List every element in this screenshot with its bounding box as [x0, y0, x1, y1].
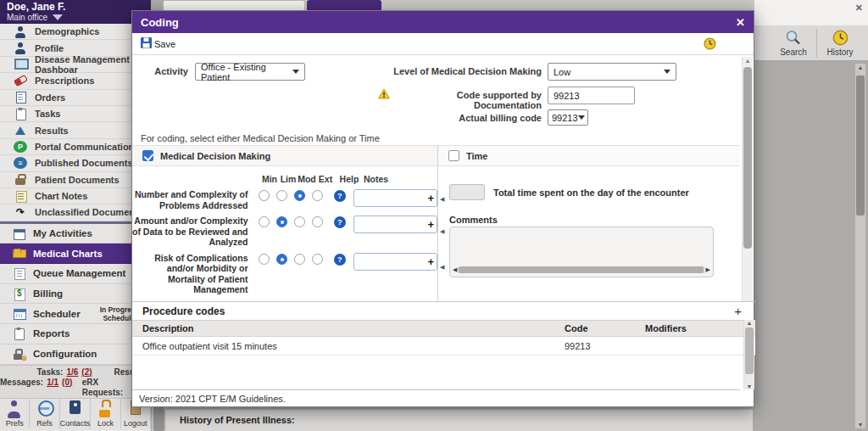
notes-input[interactable]: [353, 216, 437, 233]
column-help: Help: [335, 174, 364, 184]
background-tab-active[interactable]: [307, 0, 381, 10]
column-mod: Mod: [298, 174, 316, 184]
billing-code-select[interactable]: 99213: [548, 109, 588, 126]
refs-button[interactable]: Refs: [30, 399, 59, 429]
comments-hscrollbar[interactable]: ◀ ▶: [453, 266, 710, 274]
radio-mod[interactable]: [294, 216, 305, 227]
prefs-button[interactable]: Prefs: [0, 399, 30, 429]
radio-mod[interactable]: [294, 254, 305, 265]
sidebar-item-portal-communications[interactable]: PPortal Communications: [0, 139, 151, 155]
sidebar-item-patient-documents[interactable]: Patient Documents: [0, 172, 151, 188]
chevron-down-icon: [292, 70, 299, 74]
scroll-up-icon[interactable]: ▲: [744, 320, 754, 326]
padlock-icon: [96, 400, 114, 418]
total-time-input[interactable]: [449, 184, 485, 200]
background-scrollbar[interactable]: ▲ ▼: [854, 63, 866, 429]
add-procedure-button[interactable]: +: [734, 304, 742, 318]
column-lim: Lim: [279, 174, 298, 184]
search-button[interactable]: Search: [772, 30, 815, 57]
scrollbar-thumb[interactable]: [856, 76, 865, 216]
close-icon[interactable]: ✕: [736, 16, 745, 29]
sidebar-item-chart-notes[interactable]: Chart Notes: [0, 188, 151, 204]
scroll-left-icon[interactable]: ◀: [440, 264, 444, 271]
sidebar-module-reports[interactable]: Reports: [0, 324, 151, 344]
background-tab[interactable]: [163, 0, 305, 10]
chevron-down-icon[interactable]: [53, 14, 63, 20]
dialog-scrollbar[interactable]: ▲: [742, 57, 753, 301]
radio-ext[interactable]: [312, 254, 323, 265]
add-note-icon[interactable]: +: [427, 218, 434, 231]
radio-min[interactable]: [259, 254, 270, 265]
sidebar-item-demographics[interactable]: Demographics: [0, 24, 151, 40]
help-icon[interactable]: ?: [334, 254, 346, 266]
scrollbar-thumb[interactable]: [459, 266, 703, 273]
scroll-up-icon[interactable]: ▲: [743, 58, 753, 64]
scroll-left-icon[interactable]: ◀: [453, 266, 457, 273]
radio-ext[interactable]: [312, 190, 323, 201]
gearlock-icon: ⚙: [12, 348, 25, 361]
globe-icon: [36, 400, 54, 418]
patient-header[interactable]: Doe, Jane F. Main office: [0, 0, 151, 24]
radio-lim-selected[interactable]: [276, 216, 287, 227]
sidebar-module-queue-management[interactable]: Queue Management: [0, 264, 151, 284]
sidebar-item-published-documents[interactable]: ≡Published Documents: [0, 155, 151, 171]
audit-clock-icon[interactable]: [704, 37, 716, 50]
radio-lim-selected[interactable]: [276, 254, 287, 265]
code-supported-input[interactable]: [548, 87, 635, 104]
sidebar-module-billing[interactable]: Billing: [0, 284, 151, 305]
dialog-titlebar: Coding ✕: [132, 11, 754, 33]
radio-lim[interactable]: [276, 190, 287, 201]
scroll-left-icon[interactable]: ◀: [440, 196, 444, 203]
comments-textarea[interactable]: ◀ ▶: [449, 227, 714, 277]
lock-button[interactable]: Lock: [91, 399, 120, 429]
sidebar-module-my-activities[interactable]: My Activities: [0, 224, 151, 244]
mdm-level-select[interactable]: Low: [548, 63, 676, 81]
scrollbar-thumb[interactable]: [745, 327, 754, 374]
scroll-right-icon[interactable]: ▶: [706, 266, 710, 273]
app-window: ✕ Search History History of Present Illn…: [0, 0, 868, 431]
save-button[interactable]: Save: [141, 37, 175, 50]
time-checkbox[interactable]: [448, 150, 459, 161]
help-icon[interactable]: ?: [334, 190, 346, 202]
scroll-down-icon[interactable]: ▼: [744, 383, 754, 389]
sidebar-item-tasks[interactable]: Tasks: [0, 106, 151, 122]
messages-stat-extra[interactable]: (0): [62, 378, 72, 398]
sidebar-module-configuration[interactable]: ⚙Configuration: [0, 344, 151, 365]
sidebar-item-orders[interactable]: Orders: [0, 90, 151, 106]
tasks-stat-extra[interactable]: (2): [81, 367, 92, 378]
panel-close-icon[interactable]: ✕: [855, 3, 863, 14]
add-note-icon[interactable]: +: [427, 255, 434, 268]
column-code: Code: [565, 323, 645, 333]
add-note-icon[interactable]: +: [427, 192, 434, 204]
help-icon[interactable]: ?: [334, 216, 346, 228]
notes-input[interactable]: [353, 189, 437, 207]
sidebar-item-disease-management-dashboar[interactable]: Disease Management Dashboar: [0, 57, 151, 73]
radio-ext[interactable]: [312, 216, 323, 227]
scroll-up-icon[interactable]: ▲: [855, 64, 865, 70]
sidebar-item-unclassified-documents[interactable]: ↷Unclassified Documents: [0, 204, 151, 221]
contacts-button[interactable]: Contacts: [60, 399, 92, 429]
mdm-checkbox[interactable]: [142, 150, 153, 161]
activity-select[interactable]: Office - Existing Patient: [195, 63, 305, 81]
sidebar-module-medical-charts[interactable]: Medical Charts: [0, 243, 151, 264]
procedure-row[interactable]: Office outpatient visit 15 minutes99213: [132, 337, 755, 355]
scrollbar-thumb[interactable]: [743, 67, 752, 249]
sidebar-item-results[interactable]: Results: [0, 122, 151, 138]
radio-min[interactable]: [259, 190, 270, 201]
history-button[interactable]: History: [819, 30, 861, 57]
total-time-label: Total time spent on the day of the encou…: [493, 188, 689, 198]
sidebar-module-scheduler[interactable]: SchedulerIn Progress:0Scheduled:0: [0, 304, 151, 324]
notes-field: +: [353, 216, 437, 233]
mdm-row-1: Number and Complexity of Problems Addres…: [132, 189, 437, 210]
scroll-down-icon[interactable]: ▼: [855, 422, 865, 428]
radio-min[interactable]: [259, 216, 270, 227]
procedure-table-header: Description Code Modifiers: [132, 320, 755, 337]
messages-stat-link[interactable]: 1/1: [47, 378, 58, 398]
scroll-left-icon[interactable]: ◀: [440, 228, 444, 235]
doc-icon: [14, 91, 27, 104]
sidebar-item-prescriptions[interactable]: Prescriptions: [0, 73, 151, 89]
notes-input[interactable]: [353, 253, 437, 271]
procedure-table-scrollbar[interactable]: ▲ ▼: [743, 320, 754, 389]
tasks-stat-link[interactable]: 1/6: [66, 367, 78, 378]
radio-mod-selected[interactable]: [294, 190, 305, 201]
